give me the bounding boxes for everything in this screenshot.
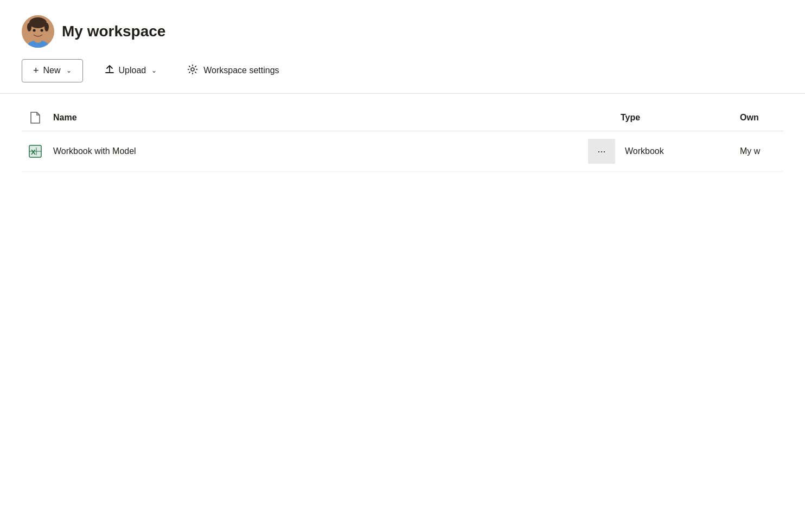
- svg-point-4: [29, 17, 47, 28]
- workspace-settings-button[interactable]: Workspace settings: [178, 59, 288, 82]
- svg-point-5: [27, 23, 31, 31]
- file-type-cell: Workbook: [621, 146, 740, 156]
- ellipsis-icon: ···: [597, 146, 605, 157]
- svg-point-8: [41, 29, 43, 32]
- chevron-down-icon: ⌄: [66, 67, 72, 74]
- svg-point-9: [191, 68, 194, 71]
- gear-icon: [187, 64, 198, 77]
- upload-button[interactable]: Upload ⌄: [96, 59, 166, 82]
- new-button[interactable]: + New ⌄: [22, 59, 83, 82]
- upload-icon: [105, 65, 114, 76]
- excel-icon: X: [28, 144, 42, 158]
- svg-text:X: X: [31, 148, 36, 156]
- svg-point-6: [44, 23, 49, 31]
- files-table: Name Type Own X Workbook with: [22, 105, 783, 172]
- workspace-settings-label: Workspace settings: [203, 66, 279, 75]
- new-label: New: [43, 66, 61, 75]
- col-type-header: Type: [621, 113, 740, 123]
- col-owner-header: Own: [740, 113, 783, 123]
- toolbar: + New ⌄ Upload ⌄ Workspace settings: [0, 59, 805, 93]
- avatar-image: [22, 15, 54, 48]
- workbook-type: Workbook: [625, 146, 664, 156]
- svg-point-7: [33, 29, 36, 32]
- main-container: My workspace + New ⌄ Upload ⌄: [0, 0, 805, 532]
- avatar: [22, 15, 54, 48]
- col-icon-header: [22, 111, 49, 124]
- file-name-cell: Workbook with Model: [49, 146, 588, 156]
- file-owner-cell: My w: [740, 146, 783, 156]
- content-area: Name Type Own X Workbook with: [0, 105, 805, 172]
- table-row: X Workbook with Model ···: [22, 131, 783, 172]
- toolbar-divider: [0, 93, 805, 94]
- plus-icon: +: [33, 65, 39, 76]
- workbook-name: Workbook with Model: [53, 146, 136, 156]
- table-header: Name Type Own: [22, 105, 783, 131]
- file-type-icon-cell: X: [22, 144, 49, 158]
- upload-label: Upload: [119, 66, 146, 75]
- workspace-title: My workspace: [62, 23, 165, 40]
- col-name-header: Name: [49, 113, 588, 123]
- upload-chevron-icon: ⌄: [151, 67, 157, 74]
- file-header-icon: [30, 111, 41, 124]
- workbook-owner: My w: [740, 146, 760, 156]
- header: My workspace: [0, 0, 805, 59]
- more-button-container: ··· Refresh now Replace file Settings: [588, 139, 621, 164]
- more-options-button[interactable]: ···: [588, 139, 615, 164]
